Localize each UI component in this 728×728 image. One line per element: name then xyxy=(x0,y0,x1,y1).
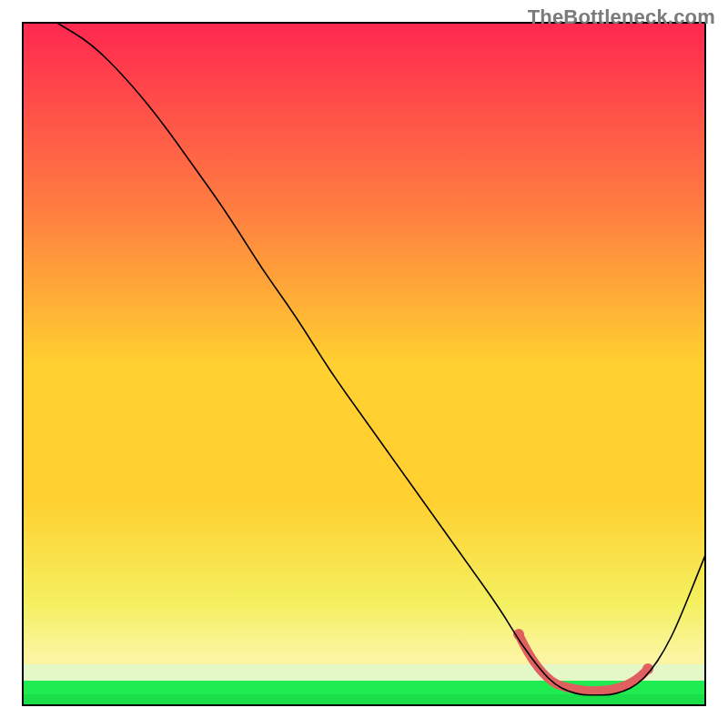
pale-band xyxy=(23,664,705,681)
bottleneck-chart xyxy=(0,0,728,728)
gradient-background xyxy=(23,23,705,705)
watermark-text: TheBottleneck.com xyxy=(528,5,715,29)
